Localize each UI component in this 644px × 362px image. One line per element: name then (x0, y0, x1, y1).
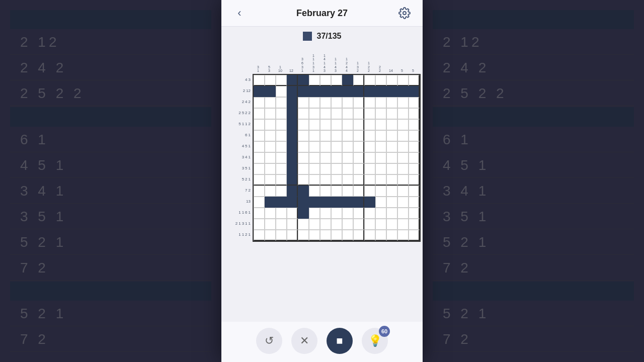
cell[interactable] (375, 219, 386, 230)
cell[interactable] (397, 152, 409, 163)
cell[interactable] (342, 141, 353, 152)
cell[interactable] (309, 186, 320, 197)
cell[interactable] (309, 163, 320, 174)
cell[interactable] (331, 163, 342, 174)
cell[interactable] (397, 97, 409, 108)
cell[interactable] (409, 119, 420, 130)
cell[interactable] (287, 186, 298, 197)
cell[interactable] (409, 75, 420, 86)
cell[interactable] (331, 108, 342, 119)
cell[interactable] (364, 119, 375, 130)
cell[interactable] (409, 108, 420, 119)
cell[interactable] (254, 130, 265, 141)
cell[interactable] (353, 141, 364, 152)
cell[interactable] (254, 108, 265, 119)
cell[interactable] (320, 163, 331, 174)
cell[interactable] (287, 75, 298, 86)
cell[interactable] (397, 197, 409, 208)
cell[interactable] (287, 163, 298, 174)
cell[interactable] (276, 197, 287, 208)
cell[interactable] (254, 230, 265, 241)
cell[interactable] (386, 152, 397, 163)
cell[interactable] (265, 163, 276, 174)
cell[interactable] (409, 174, 420, 186)
cell[interactable] (364, 130, 375, 141)
cell[interactable] (353, 108, 364, 119)
cell[interactable] (364, 163, 375, 174)
cell[interactable] (375, 230, 386, 241)
cell[interactable] (375, 152, 386, 163)
cell[interactable] (331, 130, 342, 141)
cell[interactable] (298, 152, 309, 163)
cell[interactable] (320, 174, 331, 186)
cell[interactable] (254, 197, 265, 208)
cell[interactable] (298, 108, 309, 119)
cell[interactable] (331, 75, 342, 86)
cell[interactable] (364, 197, 375, 208)
cell[interactable] (331, 141, 342, 152)
cell[interactable] (353, 230, 364, 241)
cell[interactable] (276, 208, 287, 219)
cell[interactable] (287, 152, 298, 163)
settings-button[interactable] (396, 5, 413, 21)
cell[interactable] (309, 152, 320, 163)
cell[interactable] (397, 219, 409, 230)
cell[interactable] (276, 152, 287, 163)
cell[interactable] (276, 141, 287, 152)
cell[interactable] (353, 197, 364, 208)
cell[interactable] (265, 197, 276, 208)
cell[interactable] (364, 186, 375, 197)
cell[interactable] (397, 75, 409, 86)
cell[interactable] (397, 208, 409, 219)
cell[interactable] (375, 108, 386, 119)
cell[interactable] (276, 97, 287, 108)
cell[interactable] (287, 130, 298, 141)
cell[interactable] (309, 97, 320, 108)
cell[interactable] (309, 119, 320, 130)
cell[interactable] (254, 97, 265, 108)
cell[interactable] (409, 163, 420, 174)
cell[interactable] (331, 174, 342, 186)
cell[interactable] (409, 230, 420, 241)
cell[interactable] (265, 130, 276, 141)
cell[interactable] (353, 219, 364, 230)
cell[interactable] (254, 141, 265, 152)
cross-button[interactable]: ✕ (291, 328, 317, 354)
cell[interactable] (353, 119, 364, 130)
cell[interactable] (364, 219, 375, 230)
cell[interactable] (353, 86, 364, 97)
cell[interactable] (298, 219, 309, 230)
cell[interactable] (298, 75, 309, 86)
cell[interactable] (320, 97, 331, 108)
cell[interactable] (397, 163, 409, 174)
cell[interactable] (375, 163, 386, 174)
cell[interactable] (375, 75, 386, 86)
cell[interactable] (287, 219, 298, 230)
cell[interactable] (342, 108, 353, 119)
cell[interactable] (265, 141, 276, 152)
cell[interactable] (298, 186, 309, 197)
cell[interactable] (254, 152, 265, 163)
cell[interactable] (353, 97, 364, 108)
cell[interactable] (254, 174, 265, 186)
cell[interactable] (320, 141, 331, 152)
cell[interactable] (287, 208, 298, 219)
cell[interactable] (309, 219, 320, 230)
cell[interactable] (320, 86, 331, 97)
cell[interactable] (298, 163, 309, 174)
cell[interactable] (276, 163, 287, 174)
cell[interactable] (287, 86, 298, 97)
cell[interactable] (386, 174, 397, 186)
cell[interactable] (409, 86, 420, 97)
cell[interactable] (364, 108, 375, 119)
cell[interactable] (397, 186, 409, 197)
cell[interactable] (276, 230, 287, 241)
cell[interactable] (265, 75, 276, 86)
cell[interactable] (254, 163, 265, 174)
cell[interactable] (386, 163, 397, 174)
cell[interactable] (353, 152, 364, 163)
cell[interactable] (298, 208, 309, 219)
cell[interactable] (298, 86, 309, 97)
cell[interactable] (309, 230, 320, 241)
cell[interactable] (397, 141, 409, 152)
